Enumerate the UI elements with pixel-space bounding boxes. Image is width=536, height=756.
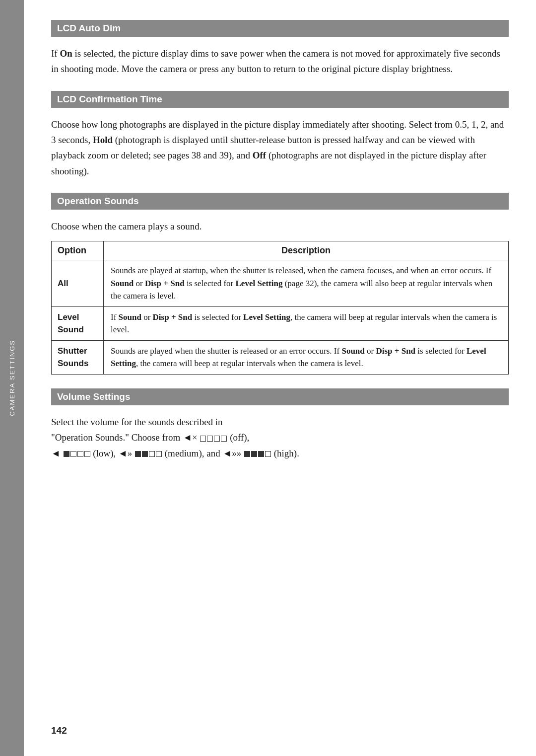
lcd-confirmation-time-body: Choose how long photographs are displaye… [51,117,509,179]
row-option-all: All [52,260,104,307]
volume-settings-header: Volume Settings [51,388,509,405]
volume-settings-body: Select the volume for the sounds describ… [51,414,509,461]
col-header-description: Description [104,241,509,260]
operation-sounds-section: Operation Sounds Choose when the camera … [51,193,509,375]
table-header-row: Option Description [52,241,509,260]
volume-settings-section: Volume Settings Select the volume for th… [51,388,509,461]
row-desc-shutter-sounds: Sounds are played when the shutter is re… [104,340,509,374]
lcd-auto-dim-header: LCD Auto Dim [51,20,509,37]
col-header-option: Option [52,241,104,260]
page-container: Camera Settings LCD Auto Dim If On is se… [0,0,536,756]
sidebar: Camera Settings [0,0,24,756]
lcd-confirmation-time-section: LCD Confirmation Time Choose how long ph… [51,91,509,179]
lcd-auto-dim-body: If On is selected, the picture display d… [51,46,509,77]
operation-sounds-table: Option Description All Sounds are played… [51,241,509,375]
main-content: LCD Auto Dim If On is selected, the pict… [24,0,536,756]
operation-sounds-intro: Choose when the camera plays a sound. [51,219,509,234]
sidebar-label: Camera Settings [8,340,16,416]
row-option-level-sound: LevelSound [52,306,104,340]
row-desc-all: Sounds are played at startup, when the s… [104,260,509,307]
table-row: ShutterSounds Sounds are played when the… [52,340,509,374]
table-row: All Sounds are played at startup, when t… [52,260,509,307]
page-number: 142 [51,725,67,736]
row-desc-level-sound: If Sound or Disp + Snd is selected for L… [104,306,509,340]
table-row: LevelSound If Sound or Disp + Snd is sel… [52,306,509,340]
operation-sounds-header: Operation Sounds [51,193,509,210]
lcd-auto-dim-section: LCD Auto Dim If On is selected, the pict… [51,20,509,77]
lcd-confirmation-time-header: LCD Confirmation Time [51,91,509,108]
row-option-shutter-sounds: ShutterSounds [52,340,104,374]
